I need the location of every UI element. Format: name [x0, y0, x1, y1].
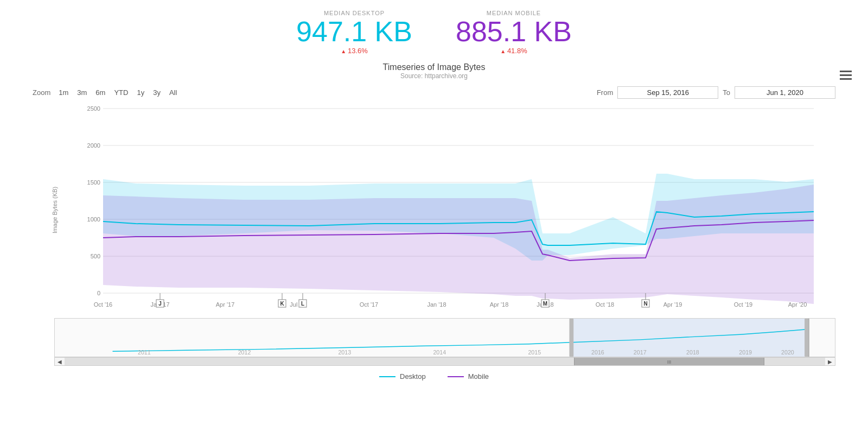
from-date-input[interactable] [617, 86, 718, 99]
svg-text:Oct '18: Oct '18 [596, 301, 615, 308]
zoom-3m[interactable]: 3m [74, 88, 90, 97]
navigator-chart: 2011 2012 2013 2014 2015 2016 2017 2018 … [54, 318, 835, 357]
nav-handle-left[interactable] [569, 319, 573, 357]
legend-mobile: Mobile [448, 372, 489, 380]
desktop-change: 13.6% [296, 47, 412, 55]
svg-text:J: J [158, 301, 162, 307]
to-label: To [723, 88, 730, 97]
mobile-change: 41.8% [456, 47, 572, 55]
legend: Desktop Mobile [0, 372, 868, 380]
legend-desktop-label: Desktop [400, 372, 426, 380]
chart-source: Source: httparchive.org [0, 72, 868, 80]
legend-desktop: Desktop [379, 372, 426, 380]
svg-text:Apr '18: Apr '18 [490, 301, 509, 308]
zoom-label: Zoom [33, 88, 50, 97]
from-label: From [597, 88, 613, 97]
page-wrapper: { "stats": { "desktop": { "label": "MEDI… [0, 0, 868, 444]
legend-mobile-label: Mobile [468, 372, 489, 380]
svg-text:K: K [280, 301, 284, 307]
to-date-input[interactable] [735, 86, 835, 99]
svg-text:Apr '17: Apr '17 [216, 301, 235, 308]
legend-mobile-line [448, 376, 464, 377]
legend-desktop-line [379, 376, 395, 377]
zoom-ytd[interactable]: YTD [111, 88, 131, 97]
menu-icon[interactable] [840, 71, 852, 80]
svg-text:2012: 2012 [238, 349, 251, 356]
svg-text:2020: 2020 [781, 349, 794, 356]
main-chart-svg: 2500 2000 1500 1000 500 0 Oct '16 Jan '1… [54, 103, 835, 315]
main-chart-container: Image Bytes (KB) 2500 2000 1500 1000 500… [54, 103, 835, 317]
svg-text:Apr '20: Apr '20 [788, 301, 807, 308]
svg-text:0: 0 [97, 290, 100, 296]
svg-text:2017: 2017 [634, 349, 647, 356]
scroll-left-arrow[interactable]: ◀ [55, 359, 65, 365]
svg-text:2014: 2014 [433, 349, 446, 356]
svg-text:2018: 2018 [686, 349, 699, 356]
svg-text:2011: 2011 [138, 349, 151, 356]
scroll-thumb[interactable]: III [574, 358, 764, 365]
y-axis-label: Image Bytes (KB) [52, 187, 58, 233]
svg-text:M: M [543, 301, 547, 307]
svg-text:Oct '17: Oct '17 [360, 301, 379, 308]
mobile-value: 885.1 KB [456, 17, 572, 46]
svg-text:2019: 2019 [739, 349, 752, 356]
scroll-right-arrow[interactable]: ▶ [825, 359, 835, 365]
desktop-stat: MEDIAN DESKTOP 947.1 KB 13.6% [296, 10, 412, 55]
svg-text:2013: 2013 [338, 349, 351, 356]
zoom-all[interactable]: All [167, 88, 180, 97]
svg-text:2016: 2016 [591, 349, 604, 356]
zoom-3y[interactable]: 3y [150, 88, 163, 97]
navigator-svg: 2011 2012 2013 2014 2015 2016 2017 2018 … [55, 319, 835, 357]
svg-text:Jan '18: Jan '18 [427, 301, 446, 308]
mobile-stat: MEDIAN MOBILE 885.1 KB 41.8% [456, 10, 572, 55]
svg-text:L: L [301, 301, 304, 307]
svg-text:2015: 2015 [528, 349, 541, 356]
zoom-6m[interactable]: 6m [93, 88, 108, 97]
nav-handle-right[interactable] [805, 319, 809, 357]
date-range: From To [597, 86, 835, 99]
svg-text:N: N [643, 301, 647, 307]
svg-text:2000: 2000 [87, 142, 100, 149]
chart-title-section: Timeseries of Image Bytes Source: httpar… [0, 62, 868, 80]
zoom-section: Zoom 1m 3m 6m YTD 1y 3y All From To [0, 82, 868, 103]
zoom-1y[interactable]: 1y [134, 88, 147, 97]
svg-text:Apr '19: Apr '19 [663, 301, 682, 308]
svg-text:Oct '16: Oct '16 [94, 301, 113, 308]
stats-header: MEDIAN DESKTOP 947.1 KB 13.6% MEDIAN MOB… [0, 0, 868, 59]
desktop-value: 947.1 KB [296, 17, 412, 46]
scrollbar-row: ◀ III ▶ [54, 357, 835, 366]
mobile-band [103, 185, 814, 304]
scroll-thumb-label: III [667, 359, 672, 365]
zoom-1m[interactable]: 1m [56, 88, 71, 97]
scroll-track[interactable]: III [65, 358, 825, 365]
svg-text:1000: 1000 [87, 216, 100, 223]
svg-text:500: 500 [91, 253, 100, 259]
svg-text:Oct '19: Oct '19 [734, 301, 753, 308]
svg-text:1500: 1500 [87, 179, 100, 186]
svg-text:2500: 2500 [87, 105, 100, 112]
chart-title: Timeseries of Image Bytes [0, 62, 868, 72]
